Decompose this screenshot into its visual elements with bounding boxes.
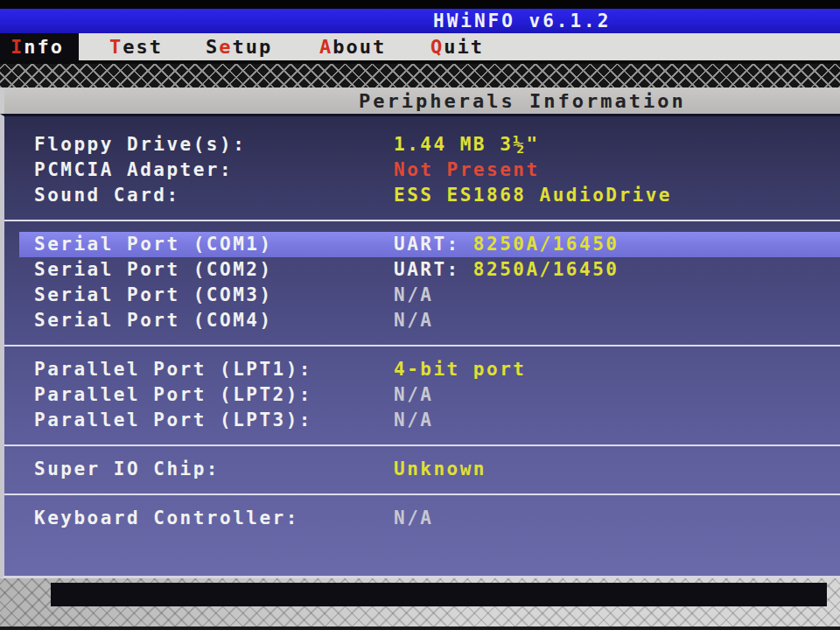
info-value: ESS ES1868 AudioDrive bbox=[394, 183, 672, 208]
menu-item-text: I bbox=[10, 36, 24, 58]
info-row-floppy-drive-s[interactable]: Floppy Drive(s):1.44 MB 3½" bbox=[4, 132, 840, 158]
page-title: Peripherals Information bbox=[359, 88, 686, 115]
info-label: Serial Port (COM3) bbox=[34, 283, 273, 308]
app-title: HWiNFO v6.1.2 bbox=[433, 9, 611, 34]
info-value: N/A bbox=[394, 408, 433, 433]
info-value-part: 8250A/16450 bbox=[473, 234, 620, 255]
background-pattern-top bbox=[0, 60, 840, 88]
info-label: Sound Card: bbox=[34, 183, 180, 208]
title-bar: HWiNFO v6.1.2 bbox=[0, 9, 840, 33]
info-value-part: ESS ES1868 AudioDrive bbox=[394, 185, 672, 206]
menu-item-setup[interactable]: Setup bbox=[195, 33, 283, 60]
info-row-super-io-chip[interactable]: Super IO Chip:Unknown bbox=[4, 457, 840, 482]
info-label: Super IO Chip: bbox=[34, 457, 220, 482]
info-value: N/A bbox=[394, 382, 433, 408]
info-value-part: 4-bit port bbox=[394, 359, 526, 380]
page-header: Peripherals Information bbox=[0, 88, 840, 114]
info-label: PCMCIA Adapter: bbox=[34, 158, 233, 183]
bottom-bezel bbox=[0, 626, 840, 630]
info-label: Serial Port (COM1) bbox=[34, 232, 273, 257]
info-value: Unknown bbox=[394, 457, 486, 482]
info-row-parallel-port-lpt1[interactable]: Parallel Port (LPT1):4-bit port bbox=[4, 357, 840, 382]
menu-item-quit[interactable]: Quit bbox=[420, 33, 494, 60]
info-label: Parallel Port (LPT2): bbox=[34, 382, 312, 408]
info-label: Keyboard Controller: bbox=[34, 506, 299, 531]
info-value-part: UART: bbox=[394, 259, 473, 280]
menu-item-text: S bbox=[206, 36, 219, 58]
menu-item-text: A bbox=[319, 36, 332, 58]
menu-item-text: est bbox=[122, 36, 163, 58]
info-row-keyboard-controller[interactable]: Keyboard Controller:N/A bbox=[4, 506, 840, 531]
info-value-part: N/A bbox=[394, 410, 433, 430]
info-value: N/A bbox=[394, 506, 433, 531]
info-value: N/A bbox=[394, 283, 433, 308]
info-value-part: N/A bbox=[394, 508, 433, 528]
info-value-part: N/A bbox=[394, 384, 433, 405]
info-label: Parallel Port (LPT1): bbox=[34, 357, 312, 382]
info-value: UART: 8250A/16450 bbox=[394, 257, 619, 283]
menu-item-text: bout bbox=[332, 36, 386, 58]
info-label: Floppy Drive(s): bbox=[34, 132, 246, 158]
info-row-serial-port-com1[interactable]: Serial Port (COM1)UART: 8250A/16450 bbox=[4, 232, 840, 257]
menu-item-text: Q bbox=[430, 36, 444, 58]
info-label: Serial Port (COM4) bbox=[34, 308, 273, 333]
hwinfo-dos-screen: HWiNFO v6.1.2 InfoTestSetupAboutQuit Per… bbox=[0, 0, 840, 630]
info-label: Parallel Port (LPT3): bbox=[34, 408, 312, 433]
menu-item-text: tup bbox=[233, 36, 273, 58]
info-row-serial-port-com4[interactable]: Serial Port (COM4)N/A bbox=[4, 308, 840, 333]
info-value: Not Present bbox=[394, 158, 540, 183]
info-label: Serial Port (COM2) bbox=[34, 257, 273, 283]
info-value-part: Unknown bbox=[394, 458, 486, 480]
info-row-parallel-port-lpt2[interactable]: Parallel Port (LPT2):N/A bbox=[4, 382, 840, 408]
menubar: InfoTestSetupAboutQuit bbox=[0, 33, 840, 60]
background-pattern-bottom bbox=[0, 578, 840, 630]
menu-item-text: T bbox=[109, 36, 122, 58]
section-separator bbox=[4, 220, 840, 221]
menu-item-text: e bbox=[219, 36, 232, 58]
panel-shadow bbox=[51, 583, 827, 606]
section-separator bbox=[4, 494, 840, 495]
info-row-pcmcia-adapter[interactable]: PCMCIA Adapter:Not Present bbox=[4, 158, 840, 183]
info-value: N/A bbox=[394, 308, 433, 333]
info-value-part: N/A bbox=[394, 284, 433, 305]
section-separator bbox=[4, 345, 840, 346]
section-separator bbox=[4, 444, 840, 446]
info-row-serial-port-com2[interactable]: Serial Port (COM2)UART: 8250A/16450 bbox=[4, 257, 840, 283]
info-value-part: 1.44 MB 3½" bbox=[394, 134, 540, 155]
menu-item-about[interactable]: About bbox=[309, 33, 396, 60]
info-value: UART: 8250A/16450 bbox=[394, 232, 619, 257]
peripherals-panel: Floppy Drive(s):1.44 MB 3½"PCMCIA Adapte… bbox=[0, 114, 840, 578]
info-value: 4-bit port bbox=[394, 357, 526, 382]
menu-item-text: uit bbox=[444, 36, 484, 58]
menu-item-text: nfo bbox=[24, 36, 64, 58]
info-value-part: Not Present bbox=[394, 159, 540, 180]
info-row-serial-port-com3[interactable]: Serial Port (COM3)N/A bbox=[4, 283, 840, 308]
info-row-sound-card[interactable]: Sound Card:ESS ES1868 AudioDrive bbox=[4, 183, 840, 208]
menu-item-info[interactable]: Info bbox=[0, 33, 79, 60]
info-value-part: 8250A/16450 bbox=[473, 259, 620, 280]
info-value-part: N/A bbox=[394, 310, 433, 331]
info-row-parallel-port-lpt3[interactable]: Parallel Port (LPT3):N/A bbox=[4, 408, 840, 433]
info-value: 1.44 MB 3½" bbox=[394, 132, 540, 158]
top-bezel bbox=[0, 0, 840, 9]
info-value-part: UART: bbox=[394, 234, 473, 255]
menu-item-test[interactable]: Test bbox=[99, 33, 173, 60]
